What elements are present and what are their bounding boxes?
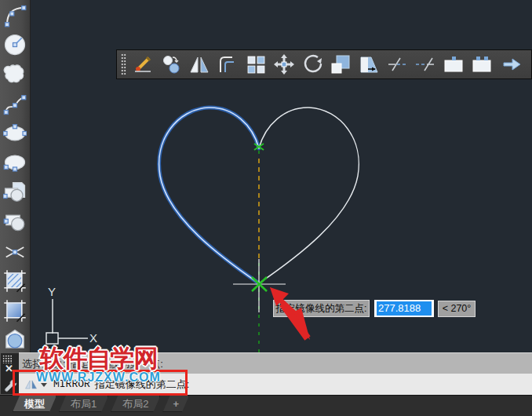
move-tool-button[interactable] [272,53,296,76]
erase-tool-button[interactable] [131,53,155,76]
toolbar-overflow-button[interactable] [500,53,523,76]
revision-cloud-icon [3,63,27,86]
command-options-caret-icon[interactable] [41,383,47,387]
break-tool-button[interactable] [470,53,494,76]
command-window-frame: ✕ [0,352,19,395]
copy-icon [160,53,182,75]
insert-block-icon [3,181,27,204]
mirror-command-icon [24,379,38,389]
extend-tool-button[interactable] [414,53,437,76]
dynamic-input-field[interactable]: 277.8188 [374,300,434,317]
region-tool-button[interactable] [2,327,28,353]
point-icon [3,239,27,263]
ellipse-arc-icon [3,151,27,175]
tab-add-layout[interactable]: + [162,396,189,412]
draw-toolbar [0,0,31,353]
make-block-tool-button[interactable] [2,209,28,235]
gradient-tool-button[interactable] [2,297,28,324]
array-tool-button[interactable] [244,53,268,76]
ellipse-tool-button[interactable] [2,120,28,147]
scale-icon [330,53,352,75]
break-at-point-icon [443,53,465,75]
trim-tool-button[interactable] [385,53,409,76]
hatch-icon [3,269,27,293]
move-icon [273,53,295,75]
ellipse-icon [3,122,27,145]
gradient-icon [3,299,27,323]
dynamic-input-prompt: 指定镜像线的第二点: [273,300,370,317]
spline-tool-button[interactable] [2,91,28,118]
command-input-line[interactable]: MIRROR 指定镜像线的第二点: [19,374,532,395]
command-window: 选择对象: 指定镜像线的第一点: MIRROR 指定镜像线的第二点: ✕ [0,352,532,395]
offset-icon [217,53,239,75]
revision-cloud-tool-button[interactable] [2,61,28,88]
command-window-close-button[interactable]: ✕ [5,363,13,374]
break-at-point-tool-button[interactable] [442,53,465,76]
insert-block-tool-button[interactable] [2,179,28,206]
extend-icon [414,53,436,75]
active-command-name: MIRROR [53,374,90,395]
copy-tool-button[interactable] [159,53,183,76]
command-prompt-text: 指定镜像线的第二点: [95,374,190,395]
mirror-tool-button[interactable] [188,53,211,76]
arc-tool-button[interactable] [2,2,28,29]
tab-layout2[interactable]: 布局2 [111,396,160,412]
region-icon [3,328,27,352]
layout-tab-bar: 模型 布局1 布局2 + [0,395,532,416]
command-history-line: 选择对象: 指定镜像线的第一点: [19,352,532,374]
tab-model[interactable]: 模型 [13,396,56,412]
hatch-tool-button[interactable] [2,268,28,294]
dynamic-input-angle[interactable]: < 270° [438,301,476,317]
stretch-tool-button[interactable] [357,53,381,76]
right-arrow-icon [501,53,523,75]
customize-wrench-icon[interactable] [3,378,17,393]
rotate-tool-button[interactable] [301,53,324,76]
stretch-icon [358,53,380,75]
trim-icon [386,53,408,75]
arc-icon [3,4,27,27]
break-icon [471,53,493,75]
spline-icon [3,93,27,116]
toolbar-grip[interactable] [121,53,126,75]
point-tool-button[interactable] [2,239,28,265]
ellipse-arc-tool-button[interactable] [2,150,28,177]
rotate-icon [301,53,323,75]
circle-icon [3,33,27,57]
scale-tool-button[interactable] [329,53,352,76]
array-icon [245,53,267,75]
offset-tool-button[interactable] [216,53,239,76]
dynamic-input-value[interactable]: 277.8188 [377,301,432,316]
tab-layout1[interactable]: 布局1 [59,396,108,412]
mirror-icon [188,53,210,75]
make-block-icon [3,210,27,234]
circle-tool-button[interactable] [2,32,28,59]
modify-toolbar [116,49,532,79]
erase-icon [132,53,154,75]
